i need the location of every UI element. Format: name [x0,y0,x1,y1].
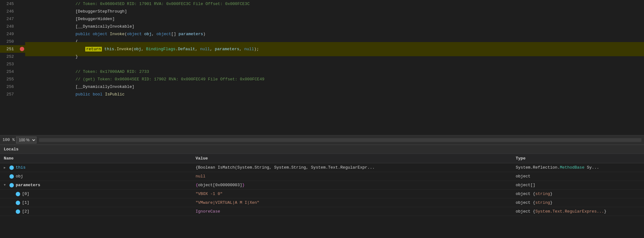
watch-icon-this [9,165,14,170]
col-header-type: Type [512,155,644,162]
line-number-254: 254 [0,69,19,74]
var-label-index-0: [0] [22,192,29,196]
row-type-this: System.Reflection.MethodBase Sy... [512,165,644,170]
row-type-index-0: object {string} [512,192,644,196]
locals-panel-title: Locals [0,145,644,154]
col-header-name: Name [0,155,192,162]
locals-row-index-0[interactable]: ▶ [0] "VBOX -1 0" object {string} [0,190,644,198]
horizontal-scrollbar[interactable] [39,138,641,142]
zoom-label: 100 % [3,138,15,142]
row-type-index-1: object {string} [512,200,644,205]
expand-icon-this[interactable]: ▶ [4,166,8,170]
locals-row-index-2[interactable]: ▶ [2] IgnoreCase object {System.Text.Reg… [0,207,644,216]
line-number-245: 245 [0,2,19,6]
gutter-251 [19,47,25,51]
var-label-this: this [16,165,25,170]
watch-icon-index-0 [16,192,20,196]
var-label-obj: obj [16,174,23,179]
row-value-this: {Boolean IsMatch(System.String, System.S… [192,165,512,170]
watch-icon-parameters [9,183,14,187]
zoom-dropdown[interactable]: 100 % [16,137,36,143]
row-value-obj: null [192,174,512,179]
locals-row-parameters[interactable]: ▼ parameters {object[0x00000003]} object… [0,181,644,190]
locals-row-index-1[interactable]: ▶ [1] "VMware|VIRTUAL|A M I|Xen" object … [0,198,644,207]
row-value-index-2: IgnoreCase [192,209,512,214]
code-lines: 245 // Token: 0x060045ED RID: 17901 RVA:… [0,0,644,98]
row-name-index-2: ▶ [2] [0,209,192,214]
line-number-253: 253 [0,62,19,67]
var-label-index-2: [2] [22,209,29,214]
line-number-256: 256 [0,84,19,89]
locals-row-this[interactable]: ▶ this {Boolean IsMatch(System.String, S… [0,163,644,172]
row-name-parameters: ▼ parameters [0,183,192,187]
code-editor: 245 // Token: 0x060045ED RID: 17901 RVA:… [0,0,644,135]
watch-icon-obj [9,174,14,179]
line-number-248: 248 [0,24,19,29]
line-number-249: 249 [0,32,19,36]
row-name-index-1: ▶ [1] [0,200,192,205]
line-number-250: 250 [0,39,19,44]
breakpoint-251 [20,47,24,51]
row-name-index-0: ▶ [0] [0,192,192,196]
code-line-257: 257 public bool IsPublic [0,90,644,98]
row-value-index-0: "VBOX -1 0" [192,192,512,196]
row-type-obj: object [512,174,644,179]
line-number-247: 247 [0,17,19,21]
locals-columns-header: Name Value Type [0,154,644,163]
line-number-255: 255 [0,77,19,82]
row-name-this: ▶ this [0,165,192,170]
code-line-252: 252 } [0,53,644,60]
watch-icon-index-2 [16,209,20,214]
locals-row-obj[interactable]: ▶ obj null object [0,172,644,181]
col-header-value: Value [192,155,512,162]
row-value-index-1: "VMware|VIRTUAL|A M I|Xen" [192,200,512,205]
var-label-parameters: parameters [16,183,40,187]
row-type-index-2: object {System.Text.RegularExpres...} [512,209,644,214]
watch-icon-index-1 [16,201,20,205]
line-content-257: public bool IsPublic [25,87,644,101]
scrollbar-area: 100 % 100 % [0,135,644,144]
locals-panel: Locals Name Value Type ▶ this {Boolean I… [0,144,644,216]
expand-icon-parameters[interactable]: ▼ [4,183,8,187]
var-label-index-1: [1] [22,200,29,205]
row-value-parameters: {object[0x00000003]} [192,183,512,187]
row-type-parameters: object[] [512,183,644,187]
zoom-control: 100 % 100 % [3,137,36,143]
line-number-257: 257 [0,92,19,97]
row-name-obj: ▶ obj [0,174,192,179]
line-number-251: 251 [0,47,19,51]
line-number-252: 252 [0,54,19,59]
line-number-246: 246 [0,9,19,14]
